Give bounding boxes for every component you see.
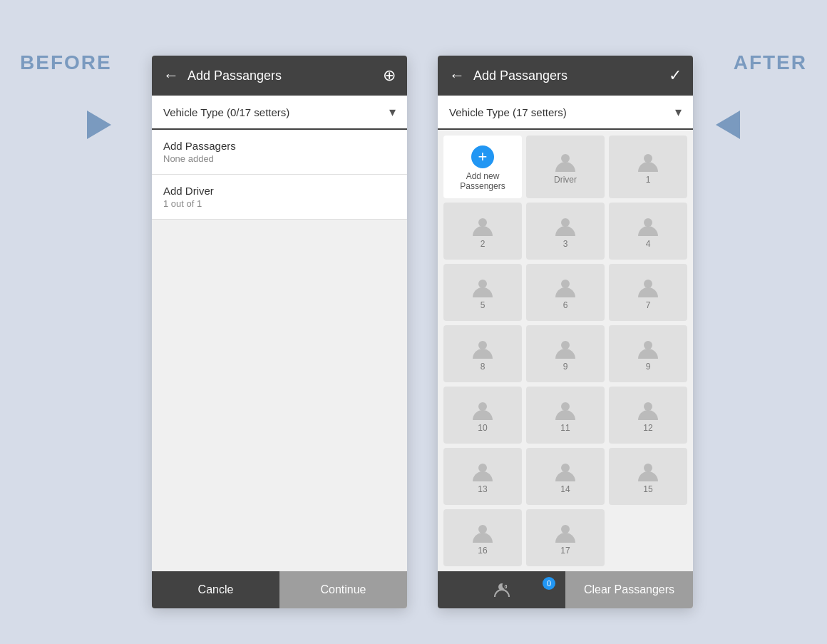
grid-cell-12[interactable]: 10 xyxy=(443,387,522,444)
arrow-left-icon xyxy=(716,111,740,139)
grid-cell-label-18: 16 xyxy=(478,546,487,556)
grid-cell-19[interactable]: 17 xyxy=(526,509,605,566)
grid-cell-1[interactable]: Driver xyxy=(526,136,605,198)
grid-cell-label-13: 11 xyxy=(560,423,570,433)
before-chevron-icon: ▾ xyxy=(389,104,396,120)
grid-cell-2[interactable]: 1 xyxy=(609,136,687,198)
add-new-plus-icon: + xyxy=(471,145,494,168)
grid-cell-9[interactable]: 8 xyxy=(443,325,522,382)
grid-cell-label-3: 2 xyxy=(481,239,486,249)
person-icon-15 xyxy=(471,461,494,484)
continue-button[interactable]: Continue xyxy=(279,571,407,608)
after-vehicle-dropdown[interactable]: Vehicle Type (17 setters) ▾ xyxy=(438,96,693,130)
svg-point-14 xyxy=(478,464,487,472)
svg-point-12 xyxy=(561,402,570,411)
before-panel-header: ← Add Passangers ⊕ xyxy=(152,56,407,96)
svg-point-3 xyxy=(561,218,570,227)
svg-point-2 xyxy=(478,218,487,227)
grid-cell-7[interactable]: 6 xyxy=(526,264,605,321)
grid-cell-10[interactable]: 9 xyxy=(526,325,605,382)
grid-cell-label-19: 17 xyxy=(560,546,570,556)
grid-cell-11[interactable]: 9 xyxy=(609,325,687,382)
person-icon-13 xyxy=(554,400,577,423)
person-icon-10 xyxy=(554,339,577,362)
after-back-icon[interactable]: ← xyxy=(449,66,465,85)
before-add-icon[interactable]: ⊕ xyxy=(383,66,396,85)
svg-point-9 xyxy=(561,341,570,349)
before-vehicle-dropdown[interactable]: Vehicle Type (0/17 setters) ▾ xyxy=(152,96,407,130)
person-icon-8 xyxy=(637,277,659,300)
passengers-grid-container: +Add new Passengers Driver 1 2 3 4 5 xyxy=(438,130,693,571)
grid-cell-17[interactable]: 15 xyxy=(609,448,687,505)
person-icon-2 xyxy=(637,152,659,175)
before-panel-footer: Cancle Continue xyxy=(152,571,407,608)
after-panel-header: ← Add Passangers ✓ xyxy=(438,56,693,96)
cancel-button[interactable]: Cancle xyxy=(152,571,279,608)
person-icon-1 xyxy=(554,152,577,175)
add-driver-section[interactable]: Add Driver 1 out of 1 xyxy=(152,175,407,220)
svg-point-7 xyxy=(644,280,652,288)
profile-icon: 0 xyxy=(492,580,512,600)
grid-cell-label-8: 7 xyxy=(646,300,651,310)
person-icon-9 xyxy=(471,339,494,362)
svg-point-5 xyxy=(478,280,487,288)
person-icon-17 xyxy=(637,461,659,484)
grid-cell-3[interactable]: 2 xyxy=(443,203,522,260)
before-panel: ← Add Passangers ⊕ Vehicle Type (0/17 se… xyxy=(152,56,407,608)
grid-cell-label-4: 3 xyxy=(563,239,568,249)
grid-cell-18[interactable]: 16 xyxy=(443,509,522,566)
before-panel-content: Add Passagers None added Add Driver 1 ou… xyxy=(152,130,407,571)
person-icon-11 xyxy=(637,339,659,362)
svg-point-17 xyxy=(478,525,487,533)
svg-point-18 xyxy=(561,525,570,533)
grid-cell-label-17: 15 xyxy=(643,484,652,494)
profile-button[interactable]: 0 0 xyxy=(438,571,565,608)
svg-point-4 xyxy=(644,218,652,227)
grid-cell-label-7: 6 xyxy=(563,300,568,310)
person-icon-16 xyxy=(554,461,577,484)
grid-cell-15[interactable]: 13 xyxy=(443,448,522,505)
grid-cell-6[interactable]: 5 xyxy=(443,264,522,321)
grid-cell-16[interactable]: 14 xyxy=(526,448,605,505)
svg-point-1 xyxy=(644,154,652,163)
grid-cell-label-0: Add new Passengers xyxy=(449,171,516,191)
add-passagers-title: Add Passagers xyxy=(163,140,396,152)
svg-point-6 xyxy=(561,280,570,288)
grid-cell-14[interactable]: 12 xyxy=(609,387,687,444)
svg-point-11 xyxy=(478,402,487,411)
grid-cell-label-9: 8 xyxy=(481,362,486,372)
grid-cell-13[interactable]: 11 xyxy=(526,387,605,444)
grid-cell-label-10: 9 xyxy=(563,362,568,372)
grid-cell-8[interactable]: 7 xyxy=(609,264,687,321)
before-label: BEFORE xyxy=(20,51,112,74)
person-icon-12 xyxy=(471,400,494,423)
person-icon-3 xyxy=(471,216,494,239)
grid-cell-0[interactable]: +Add new Passengers xyxy=(443,136,522,198)
grid-cell-label-12: 10 xyxy=(478,423,487,433)
add-driver-subtitle: 1 out of 1 xyxy=(163,198,396,209)
after-label: AFTER xyxy=(734,51,807,74)
grid-cell-label-2: 1 xyxy=(646,175,651,185)
svg-point-15 xyxy=(561,464,570,472)
svg-point-13 xyxy=(644,402,652,411)
after-panel: ← Add Passangers ✓ Vehicle Type (17 sett… xyxy=(438,56,693,608)
passengers-grid: +Add new Passengers Driver 1 2 3 4 5 xyxy=(443,136,687,566)
person-icon-6 xyxy=(471,277,494,300)
add-passagers-section[interactable]: Add Passagers None added xyxy=(152,130,407,175)
person-icon-4 xyxy=(554,216,577,239)
svg-point-10 xyxy=(644,341,652,349)
profile-badge: 0 xyxy=(543,577,555,590)
grid-cell-label-6: 5 xyxy=(481,300,486,310)
before-back-icon[interactable]: ← xyxy=(163,66,179,85)
grid-cell-label-11: 9 xyxy=(646,362,651,372)
after-confirm-icon[interactable]: ✓ xyxy=(669,66,682,85)
svg-point-8 xyxy=(478,341,487,349)
person-icon-19 xyxy=(554,523,577,546)
grid-cell-5[interactable]: 4 xyxy=(609,203,687,260)
clear-passangers-button[interactable]: Clear Passangers xyxy=(565,571,693,608)
before-dropdown-label: Vehicle Type (0/17 setters) xyxy=(163,106,289,118)
person-icon-14 xyxy=(637,400,659,423)
person-icon-18 xyxy=(471,523,494,546)
grid-cell-4[interactable]: 3 xyxy=(526,203,605,260)
add-driver-title: Add Driver xyxy=(163,185,396,197)
